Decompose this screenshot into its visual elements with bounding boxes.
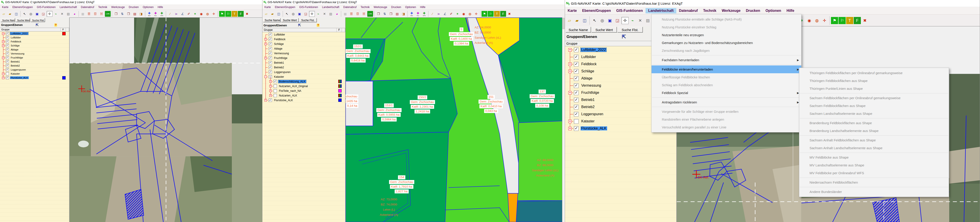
menu-item-andere-bundesländer[interactable]: Andere Bundesländer	[799, 188, 949, 196]
tree-row-flurstücke_alk[interactable]: +✓Flurstücke_ALK	[262, 98, 345, 102]
menu-item-feldblock-spezial[interactable]: Feldblock Spezial▶	[652, 89, 801, 97]
tools-close-icon[interactable]: ✖	[861, 17, 869, 24]
tree-row-ablage[interactable]: ✓Ablage	[262, 46, 345, 51]
tree-row-nutzarten_alk_original[interactable]: +Nutzarten_ALK_Original	[262, 84, 345, 88]
layer-visibility-checkbox[interactable]: ✓	[574, 97, 579, 102]
layer-label[interactable]: Nutzarten_ALK_Original	[278, 85, 309, 88]
layer-label[interactable]: Feldblock	[273, 38, 286, 41]
table-sync-icon[interactable]: ⇅	[119, 11, 125, 17]
tree-row-fruchtfolge[interactable]: +✓Fruchtfolge	[262, 56, 345, 60]
color-mix-icon[interactable]: ◕	[334, 11, 340, 17]
vertex-edit-icon[interactable]: ⌁	[315, 11, 321, 17]
move-grid-icon[interactable]: ✛	[211, 11, 217, 17]
tree-row-flurstücke_alk[interactable]: +✓Flurstücke_ALK	[0, 76, 69, 80]
table-open-icon[interactable]: ❒	[375, 11, 381, 17]
layer-visibility-checkbox[interactable]: ✓	[6, 48, 9, 51]
layer-visibility-checkbox[interactable]: ✓	[6, 52, 9, 55]
layer-color-chip[interactable]	[62, 32, 65, 35]
open-map-icon[interactable]: ▰	[573, 17, 581, 24]
layer-label[interactable]: Luftbilder	[581, 55, 597, 59]
circle-outline-icon[interactable]: ◍	[467, 11, 473, 17]
tree-row-luftbilder[interactable]: ✓Luftbilder	[0, 35, 69, 40]
layer-visibility-checkbox[interactable]: ✓	[6, 76, 9, 79]
tree-row-betrieb1[interactable]: ✓Betrieb1	[0, 60, 69, 64]
preview-icon[interactable]: ◨	[138, 11, 144, 17]
layer-select-icon[interactable]: ⇱	[298, 23, 301, 27]
tree-row-betrieb2[interactable]: ✓Betrieb2	[262, 65, 345, 70]
select-pointer-icon[interactable]: ↖	[284, 11, 290, 17]
layer-visibility-checkbox[interactable]: ✓	[6, 64, 9, 67]
menu-item-gemarkungen-zu-nutzarten-und-bodenschätz[interactable]: Gemarkungen zu Nutzarten- und Bodenschät…	[652, 39, 801, 47]
help-icon[interactable]: ?	[317, 24, 320, 27]
layer-visibility-checkbox[interactable]: ✓	[269, 51, 272, 55]
layer-visibility-checkbox[interactable]: ✓	[269, 42, 272, 46]
expand-icon[interactable]: +	[2, 32, 5, 35]
menubar-item-hilfe[interactable]: Hilfe	[156, 5, 165, 9]
tree-row-kataster[interactable]: +Kataster	[0, 72, 69, 76]
menubar-item-drucken[interactable]: Drucken	[389, 5, 403, 9]
draw-point-icon[interactable]: ⋗	[436, 11, 442, 17]
layer-mid-icon[interactable]: ☲	[92, 11, 98, 17]
expand-icon[interactable]: +	[568, 91, 572, 94]
layer-top-icon[interactable]: ☰	[86, 11, 92, 17]
tree-row-schläge[interactable]: +✓Schläge	[0, 43, 69, 48]
expand-icon[interactable]: +	[568, 120, 572, 123]
raster-grid-icon[interactable]: ▦	[80, 11, 86, 17]
help-icon[interactable]: ?	[54, 24, 57, 27]
search-button-suche-flst-[interactable]: Suche Flst.	[299, 18, 317, 22]
tree-row-kataster[interactable]: −✓Kataster	[262, 74, 345, 79]
tractor-icon[interactable]: T	[232, 11, 237, 17]
draw-line-icon[interactable]: ∕	[167, 11, 173, 17]
layer-visibility-checkbox[interactable]: ✓	[574, 55, 579, 59]
menu-item-feldblöcke-einlesen-herunterladen[interactable]: Feldblöcke einlesen/herunterladen▶	[652, 65, 801, 73]
menubar-item-ebenen-gruppen[interactable]: Ebenen/Gruppen	[273, 5, 297, 9]
layer-visibility-checkbox[interactable]: ✓	[269, 33, 272, 36]
layer-visibility-checkbox[interactable]: ✓	[6, 44, 9, 47]
layer-label[interactable]: Schläge	[10, 44, 20, 47]
select-pointer-icon[interactable]: ↖	[22, 11, 27, 17]
tools-close-icon[interactable]: ✖	[506, 11, 512, 17]
table-sync-icon[interactable]: ⇅	[382, 11, 388, 17]
expand-icon[interactable]: +	[568, 127, 572, 130]
expand-icon[interactable]: +	[269, 80, 272, 83]
layer-label[interactable]: Luftbilder_2022	[10, 32, 28, 35]
pan-hand-icon[interactable]: ✣	[309, 11, 315, 17]
menu-item-mv-landschaftselemente-aus-shape[interactable]: MV Landschaftselemente aus Shape	[799, 161, 949, 169]
layer-visibility-checkbox[interactable]: ✓	[274, 80, 277, 83]
layer-visibility-checkbox[interactable]: ✓	[269, 99, 272, 102]
tree-row-feldblock[interactable]: +✓Feldblock	[262, 37, 345, 42]
expand-icon[interactable]: +	[2, 40, 5, 43]
layer-visibility-checkbox[interactable]: ✓	[574, 69, 579, 74]
layer-label[interactable]: Loggerspuren	[10, 68, 27, 71]
layer-label[interactable]: Kataster	[581, 119, 595, 123]
layer-select-icon[interactable]: ⇱	[622, 34, 626, 40]
tree-row-luftbilder[interactable]: ✓Luftbilder	[262, 32, 345, 37]
layer-color-chip[interactable]	[338, 99, 342, 102]
measure-line-icon[interactable]: ✐	[448, 11, 454, 17]
layer-visibility-checkbox[interactable]: ✓	[574, 126, 579, 131]
menubar-item-optionen[interactable]: Optionen	[403, 5, 418, 9]
expand-icon[interactable]: +	[264, 57, 267, 59]
layer-label[interactable]: Ablage	[581, 77, 593, 80]
print-layout-icon[interactable]: ❐	[388, 11, 394, 17]
layer-label[interactable]: FlstTeile_nach_NA	[278, 89, 302, 93]
draw-point-icon[interactable]: ⋗	[173, 11, 179, 17]
save-map-icon[interactable]: ◫	[13, 11, 19, 17]
layer-label[interactable]: Betrieb1	[273, 61, 285, 64]
menu-item-thüringen-punkte-linien-aus-shape[interactable]: Thüringen Punkte/Linien aus Shape	[799, 85, 949, 93]
menubar-item-werkzeuge[interactable]: Werkzeuge	[109, 5, 127, 9]
new-map-icon[interactable]: ▱	[263, 11, 269, 17]
layer-visibility-checkbox[interactable]: ✓	[269, 38, 272, 41]
circle-fill-icon[interactable]: ◉	[198, 11, 204, 17]
move-grid-icon[interactable]: ✛	[473, 11, 479, 17]
layer-visibility-checkbox[interactable]: ✓	[6, 32, 9, 35]
menubar-item-karte[interactable]: Karte	[565, 8, 579, 13]
menubar-item-gis-funktionen[interactable]: GIS-Funktionen	[297, 5, 320, 9]
move-grid-icon[interactable]: ✛	[821, 17, 828, 24]
zoom-window-icon[interactable]: ▣	[606, 17, 613, 24]
field-walk-icon[interactable]: ⚑	[219, 11, 225, 17]
menu-item-sachsen-feldblockflächen-aus-shape[interactable]: Sachsen Feldblockflächen aus Shape	[799, 102, 949, 110]
layer-label[interactable]: Loggerspuren	[273, 70, 291, 74]
lupe-icon[interactable]: LUPE	[105, 11, 111, 17]
menu-item-fachdaten-herunterladen[interactable]: Fachdaten herunterladen▶	[652, 56, 801, 64]
